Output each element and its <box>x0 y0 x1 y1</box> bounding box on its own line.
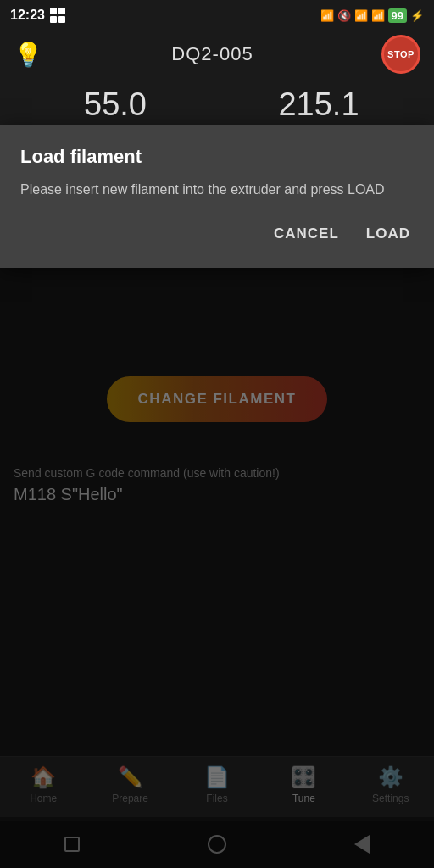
stop-label: STOP <box>387 49 415 59</box>
status-time: 12:23 <box>10 8 45 23</box>
dialog-actions: CANCEL LOAD <box>20 220 414 254</box>
grid-icon <box>50 8 65 23</box>
bed-temp-actual: 55.0 <box>14 86 217 123</box>
status-bar: 12:23 📶 🔇 📶 📶 99 ⚡ <box>0 0 434 31</box>
charging-icon: ⚡ <box>410 9 424 22</box>
sim-icon: 📶 <box>354 9 368 22</box>
header: 💡 DQ2-005 STOP <box>0 31 434 78</box>
printer-title: DQ2-005 <box>171 43 253 65</box>
head-temp-actual: 215.1 <box>217 86 420 123</box>
load-button[interactable]: LOAD <box>363 220 414 248</box>
temp-actual-row: 55.0 215.1 <box>14 86 420 123</box>
status-left: 12:23 <box>10 8 65 23</box>
mute-icon: 🔇 <box>337 9 351 22</box>
dialog-title: Load filament <box>20 146 414 168</box>
battery-icon: 99 <box>388 8 407 23</box>
light-icon[interactable]: 💡 <box>14 41 43 69</box>
wifi-icon: 📶 <box>371 9 385 22</box>
cancel-button[interactable]: CANCEL <box>270 220 342 248</box>
load-filament-dialog: Load filament Please insert new filament… <box>0 125 434 268</box>
stop-button[interactable]: STOP <box>381 35 420 74</box>
status-icons: 📶 🔇 📶 📶 99 ⚡ <box>320 8 424 23</box>
dialog-message: Please insert new filament into the extr… <box>20 180 414 200</box>
bluetooth-icon: 📶 <box>320 9 334 22</box>
